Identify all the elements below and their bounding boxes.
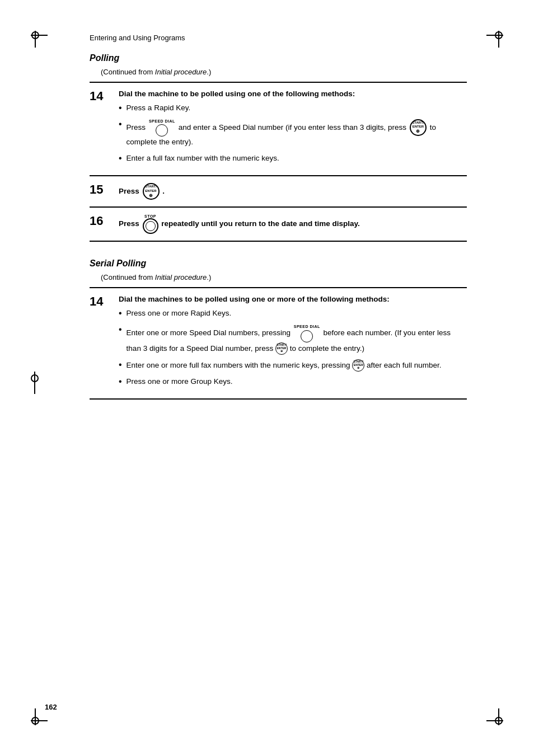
corner-mark-tr: [486, 31, 503, 48]
serial-polling-section: Serial Polling (Continued from Initial p…: [90, 259, 467, 400]
step-14-serial-bullets: Press one or more Rapid Keys. Enter one …: [119, 308, 458, 387]
step-14-polling-bullets: Press a Rapid Key. Press SPEED DIAL and …: [119, 102, 458, 164]
start-enter-key-serial-tiny: START/ENTER⊕: [352, 359, 364, 372]
stop-key-icon: STOP: [143, 214, 158, 234]
page-number: 162: [45, 703, 57, 711]
serial-bullet-fax-numbers: Enter one or more full fax numbers with …: [119, 359, 458, 372]
step-15-press-label: Press: [119, 187, 142, 195]
polling-step-15: 15 Press START/ENTER⊕ .: [90, 176, 467, 208]
page-content: Entering and Using Programs Polling (Con…: [90, 34, 467, 400]
speed-dial-key-serial: SPEED DIAL: [294, 324, 320, 342]
step-number-14-polling: 14: [90, 90, 110, 103]
speed-dial-key-icon: SPEED DIAL: [149, 119, 175, 137]
start-enter-key-icon-small: START/ENTER⊕: [410, 119, 427, 136]
serial-bullet-rapid-keys: Press one or more Rapid Keys.: [119, 308, 458, 320]
bullet-rapid-key: Press a Rapid Key.: [119, 102, 458, 114]
step-15-content: Press START/ENTER⊕ .: [119, 183, 458, 200]
start-enter-key-serial-small: START/ENTER⊕: [275, 342, 288, 355]
step-number-14-serial: 14: [90, 295, 110, 308]
serial-polling-continued: (Continued from Initial procedure.): [101, 273, 467, 281]
polling-step-16: 16 Press STOP repeatedly until you retur…: [90, 208, 467, 242]
serial-polling-step-14: 14 Dial the machines to be polled using …: [90, 287, 467, 400]
start-enter-key-15: START/ENTER⊕: [143, 183, 160, 200]
corner-mark-tl: [31, 31, 48, 48]
bullet-fax-number: Enter a full fax number with the numeric…: [119, 153, 458, 165]
serial-bullet-speed-dial: Enter one or more Speed Dial numbers, pr…: [119, 324, 458, 355]
step-14-serial-content: Dial the machines to be polled using one…: [119, 295, 458, 392]
step-14-polling-content: Dial the machine to be polled using one …: [119, 90, 458, 168]
polling-title: Polling: [90, 53, 467, 63]
corner-mark-br: [486, 708, 503, 725]
page: Entering and Using Programs Polling (Con…: [0, 0, 534, 756]
side-mark-left: [31, 374, 39, 382]
polling-continued: (Continued from Initial procedure.): [101, 68, 467, 76]
bullet-speed-dial: Press SPEED DIAL and enter a Speed Dial …: [119, 119, 458, 148]
polling-step-14: 14 Dial the machine to be polled using o…: [90, 82, 467, 176]
page-header: Entering and Using Programs: [90, 34, 467, 42]
polling-section: Polling (Continued from Initial procedur…: [90, 53, 467, 242]
step-14-serial-header: Dial the machines to be polled using one…: [119, 295, 458, 303]
step-16-content: Press STOP repeatedly until you return t…: [119, 214, 458, 234]
serial-bullet-group-keys: Press one or more Group Keys.: [119, 376, 458, 388]
step-number-15: 15: [90, 183, 110, 196]
step-number-16: 16: [90, 214, 110, 228]
serial-polling-title: Serial Polling: [90, 259, 467, 269]
step-14-polling-header: Dial the machine to be polled using one …: [119, 90, 458, 98]
